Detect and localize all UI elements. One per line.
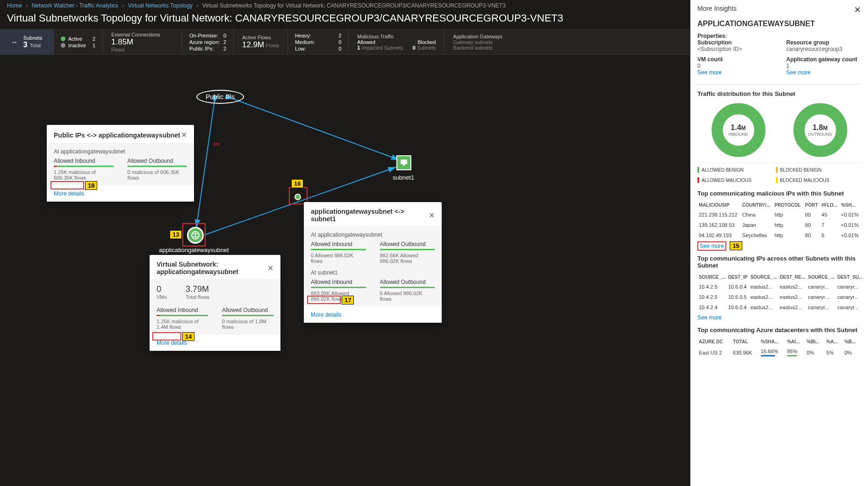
table-row[interactable]: 139.162.108.53Japanhttp807<0.01% [697,220,861,230]
table-cell: 139.162.108.53 [697,220,741,230]
see-more-link[interactable]: See more [697,314,861,321]
popup2-title: Virtual Subnetwork: applicationgatewaysu… [157,261,267,276]
table-cell: 10.6.0.5 [727,292,749,302]
close-icon[interactable]: ✕ [854,5,861,15]
popup1-inbound-label: Allowed Inbound [54,158,114,164]
table-row[interactable]: 10.4.2.510.6.0.5eastus2...eastus2...cana… [697,292,864,302]
table-cell: canaryr... [807,282,836,292]
table-cell: 10.4.2.5 [697,292,727,302]
breadcrumb-home[interactable]: Home [7,2,22,9]
vm-icon [400,159,408,167]
table-row[interactable]: 94.102.49.193Seychelleshttp806<0.01% [697,230,861,240]
table-cell: canaryr... [836,302,864,312]
subnets-comm-title: Top communicating IPs across other Subne… [697,255,861,269]
table-cell: 80 [803,210,820,220]
popup2-flows-label: Total flows [186,294,209,300]
see-more-link[interactable]: See more [697,241,726,251]
annot-box-18 [50,181,84,189]
table-cell: 45 [820,210,840,220]
table-cell: canaryr... [807,292,836,302]
active-dot-icon [61,36,65,41]
more-details-link[interactable]: More details [311,312,341,318]
activeflows-sub: Flows [266,43,280,48]
close-icon[interactable]: ✕ [181,131,187,139]
table-cell: eastus2... [749,282,778,292]
heavy-label: Heavy: [295,33,311,38]
more-details-link[interactable]: More details [54,190,84,197]
azure-count: 2 [223,39,226,45]
annot-box-17 [307,296,341,304]
dc-title: Top communicating Azure datacenters with… [697,326,861,334]
onprem-count: 0 [223,33,226,38]
breadcrumb-vnt[interactable]: Virtual Networks Topology [128,2,193,9]
table-row[interactable]: 221.238.115.212Chinahttp8045<0.01% [697,210,861,220]
table-header: TOTAL [732,337,760,346]
sub-label: Subscription [697,39,772,46]
heavy-count: 2 [338,33,341,38]
table-header: COUNTRY/... [741,201,773,210]
popup3-s2out-label: Allowed Outbound [380,279,435,285]
table-cell: 630.96K [732,346,760,359]
table-cell: eastus2... [778,292,806,302]
table-header: %SH... [839,201,861,210]
see-more-link[interactable]: See more [786,69,861,76]
activeflows-value: 12.9M [242,40,264,49]
popup3-s1out-detail: 882.66K Allowed 886.02K flows [380,253,435,264]
table-row[interactable]: 10.4.2.510.6.0.4eastus2...eastus2...cana… [697,282,864,292]
table-header: MALICIOUSIP [697,201,741,210]
table-cell: 16.66% [760,346,786,359]
props-label: Properties: [697,33,861,39]
legend-bar-icon [776,167,778,173]
table-cell: eastus2... [778,282,806,292]
table-cell: <0.01% [839,220,861,230]
outbound-donut-chart: 1.8MOUTBOUND [792,102,848,158]
popup3-s1out-label: Allowed Outbound [380,241,435,247]
publicips-node[interactable]: Public IPs [196,90,244,104]
close-icon[interactable]: ✕ [429,211,435,220]
activeflows-label: Active Flows [242,35,279,40]
insights-header-title: More Insights [697,5,737,15]
table-cell: 80 [803,230,820,240]
close-icon[interactable]: ✕ [267,264,273,273]
table-cell: 0% [805,346,825,359]
inbound-donut-chart: 1.4MINBOUND [710,102,767,158]
svg-rect-5 [403,164,405,166]
table-header: PROTOCOL [773,201,803,210]
table-row[interactable]: 10.4.2.410.6.0.4eastus2...eastus2...cana… [697,302,864,312]
flow-bar-icon [222,315,273,316]
breadcrumb-current: Virtual Subnetworks Topology for Virtual… [202,2,506,9]
table-header: DEST_SU... [836,273,864,282]
gw-label: Application gateway count [786,56,861,63]
table-header: %AI... [786,337,805,346]
popup3-s2in-label: Allowed Inbound [311,279,366,285]
donut-legend: ALLOWED BENIGN BLOCKED BENIGN ALLOWED MA… [697,163,861,183]
popup2-out-detail: 0 malicious of 1.8M flows [222,319,273,330]
popup2-vms-label: VMs [157,294,167,300]
medium-label: Medium: [295,39,315,45]
popup2-in-label: Allowed Inbound [157,307,208,313]
breadcrumb-nw[interactable]: Network Watcher - Traffic Analytics [32,2,118,9]
see-more-link[interactable]: See more [697,69,772,76]
table-cell: 80 [803,220,820,230]
popup3-section1: At applicationgatewaysubnet [311,232,435,238]
annot-15: 15 [730,241,742,250]
table-cell: canaryr... [836,282,864,292]
publicips-count: 2 [223,46,226,51]
table-cell: 0% [843,346,861,359]
expand-icon[interactable]: ↔ [11,38,18,46]
flow-bar-icon [311,249,366,250]
azure-label: Azure region: [189,39,220,45]
svg-line-1 [234,99,400,160]
table-cell: East US 2 [697,346,732,359]
popup1-outbound-detail: 0 malicious of 606.35K flows [128,169,187,181]
rg-value: canaryresourcegroup3 [786,46,861,52]
subnet1-node[interactable] [396,155,411,170]
blocked-label: Blocked [417,39,436,45]
vm-value: 0 [697,63,772,69]
table-row[interactable]: East US 2630.96K16.66%95%0%5%0% [697,346,861,359]
table-cell: China [741,210,773,220]
table-header: SOURCE_... [697,273,727,282]
datacenters-table: AZURE DCTOTAL%SHA...%AI...%BI...%A...%B.… [697,337,861,359]
low-count: 0 [338,46,341,51]
low-label: Low: [295,46,306,51]
